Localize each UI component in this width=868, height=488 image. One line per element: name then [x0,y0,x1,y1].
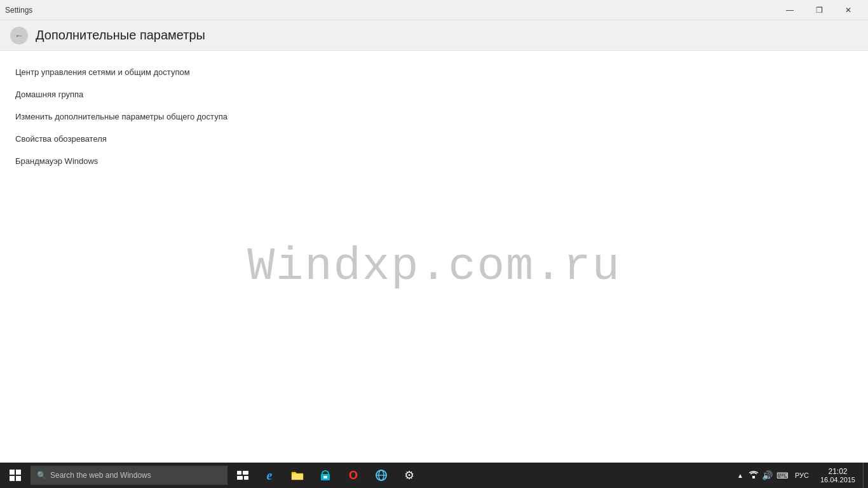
window-controls: — ❐ ✕ [775,0,863,20]
page-header: ← Дополнительные параметры [0,20,868,51]
taskbar-lang-button[interactable] [367,463,395,488]
folder-icon [291,470,304,481]
svg-rect-8 [292,474,303,480]
tray-icons-area: 🔊 ⌨ [747,470,791,481]
keyboard-tray-icon[interactable]: ⌨ [776,471,789,480]
settings-link-network-center[interactable]: Центр управления сетями и общим доступом [15,61,853,83]
store-icon [320,470,331,481]
window-title: Settings [5,6,32,15]
taskbar-icons: e O ⚙ [255,463,423,488]
show-desktop-button[interactable] [863,463,868,488]
main-content: Центр управления сетями и общим доступом… [0,51,868,463]
svg-rect-5 [243,471,248,475]
settings-link-sharing-settings[interactable]: Изменить дополнительные параметры общего… [15,105,853,128]
watermark: Windxp.com.ru [247,241,621,293]
back-button[interactable]: ← [10,27,28,44]
svg-rect-2 [10,476,15,481]
taskbar-settings-button[interactable]: ⚙ [395,463,423,488]
taskbar-ie-button[interactable]: e [255,463,283,488]
task-view-icon [237,471,248,480]
svg-rect-7 [244,476,248,480]
clock[interactable]: 21:02 16.04.2015 [813,463,863,488]
svg-rect-4 [237,471,241,475]
svg-rect-0 [10,470,15,475]
title-bar: Settings — ❐ ✕ [0,0,868,20]
volume-tray-icon[interactable]: 🔊 [762,470,773,480]
page-title: Дополнительные параметры [36,28,205,43]
svg-rect-10 [323,476,327,478]
taskbar-opera-button[interactable]: O [339,463,367,488]
settings-links-list: Центр управления сетями и общим доступом… [15,61,853,172]
taskbar-explorer-button[interactable] [283,463,311,488]
svg-rect-6 [237,476,243,480]
clock-date: 16.04.2015 [820,476,855,484]
system-tray: ▲ 🔊 ⌨ РУС 21:02 16.04.2015 [734,463,868,488]
restore-button[interactable]: ❐ [804,0,834,20]
clock-time: 21:02 [828,467,847,476]
settings-link-home-group[interactable]: Домашняя группа [15,83,853,105]
show-hidden-icons-button[interactable]: ▲ [734,463,747,488]
search-icon: 🔍 [37,471,46,480]
taskbar: 🔍 Search the web and Windows e O [0,463,868,488]
task-view-button[interactable] [230,463,255,488]
svg-rect-14 [752,476,755,478]
taskbar-store-button[interactable] [311,463,339,488]
settings-link-firewall[interactable]: Брандмауэр Windows [15,150,853,172]
windows-logo-icon [10,470,21,481]
network-tray-icon[interactable] [749,470,758,481]
close-button[interactable]: ✕ [834,0,863,20]
settings-link-browser-props[interactable]: Свойства обозревателя [15,128,853,150]
search-bar[interactable]: 🔍 Search the web and Windows [31,466,227,485]
svg-rect-1 [16,470,21,475]
search-label: Search the web and Windows [50,471,151,480]
language-indicator[interactable]: РУС [791,471,813,479]
svg-rect-3 [16,476,21,481]
minimize-button[interactable]: — [775,0,804,20]
start-button[interactable] [0,463,31,488]
language-tool-icon [375,470,388,481]
